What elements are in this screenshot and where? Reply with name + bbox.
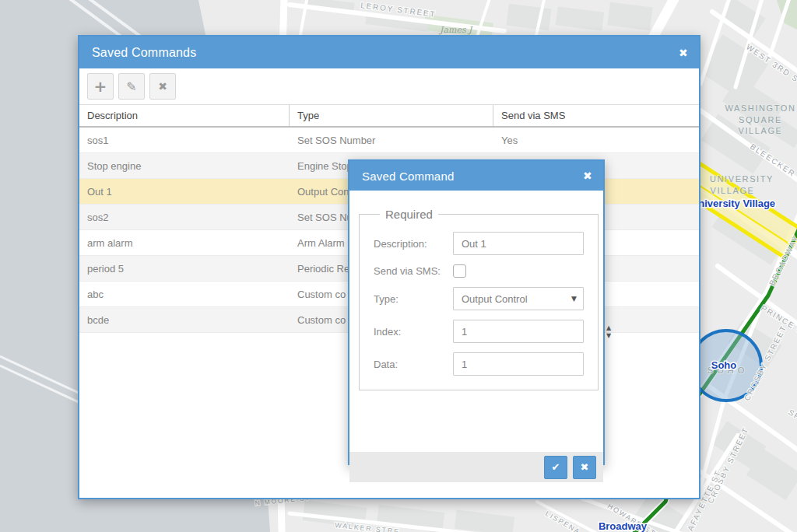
cell-description: abc [79,282,290,306]
commands-table-header: Description Type Send via SMS [79,104,699,128]
close-icon: ✖ [581,461,589,473]
cell-description: Out 1 [79,179,290,204]
cell-description: Stop engine [79,153,290,178]
send-via-sms-checkbox[interactable] [453,264,466,278]
index-row: Index: ▲ ▼ [374,320,584,343]
cell-sms: Yes [493,128,699,152]
cell-description: sos2 [79,205,290,229]
cell-description: period 5 [79,256,290,281]
edit-command-button[interactable]: ✎ [118,73,145,100]
spin-down-icon[interactable]: ▼ [606,333,611,338]
column-header-description[interactable]: Description [79,105,290,126]
close-icon[interactable]: ✖ [583,170,592,182]
description-row: Description: [374,232,584,255]
close-icon[interactable]: ✖ [679,47,688,59]
saved-command-footer: ✔ ✖ [349,452,603,482]
index-stepper: ▲ ▼ [453,320,584,343]
required-legend: Required [380,208,438,221]
saved-commands-header: Saved Commands ✖ [79,37,699,68]
area-label-university-1: UNIVERSITY [710,174,774,184]
type-select[interactable]: Output Control ▼ [453,287,584,310]
area-label-washington-3: VILLAGE [738,126,782,135]
area-label-washington-2: SQUARE [739,115,782,124]
add-command-button[interactable]: + [87,73,114,100]
index-label: Index: [374,326,453,338]
geofence-label-soho: Soho [711,359,737,371]
delete-icon: ✖ [158,80,167,93]
geofence-label-broadway: Broadway [599,520,648,532]
spin-up-icon[interactable]: ▲ [606,325,611,331]
type-label: Type: [374,293,453,305]
send-via-sms-row: Send via SMS: [374,264,584,278]
pencil-icon: ✎ [126,79,136,94]
chevron-down-icon: ▼ [571,295,577,303]
cell-description: arm alarm [79,230,290,255]
index-input[interactable] [454,320,606,342]
confirm-button[interactable]: ✔ [544,456,567,479]
saved-command-title: Saved Command [362,170,455,183]
cancel-button[interactable]: ✖ [573,456,596,479]
cell-description: sos1 [79,128,290,152]
description-input[interactable] [453,232,584,255]
commands-toolbar: + ✎ ✖ [79,68,699,104]
column-header-type[interactable]: Type [290,105,493,126]
saved-commands-title: Saved Commands [92,46,196,60]
stepper-arrows: ▲ ▼ [606,325,616,338]
type-row: Type: Output Control ▼ [374,287,584,310]
plus-icon: + [94,77,107,96]
table-row[interactable]: sos1 Set SOS Number Yes [79,128,699,153]
saved-command-body: Required Description: Send via SMS: Type… [349,208,603,482]
type-select-value: Output Control [462,293,571,305]
saved-command-dialog: Saved Command ✖ Required Description: Se… [348,159,605,465]
send-via-sms-label: Send via SMS: [374,265,453,277]
cell-type: Set SOS Number [290,128,493,152]
data-row: Data: [374,352,584,376]
cell-description: bcde [79,307,290,332]
check-icon: ✔ [552,461,560,473]
area-label-washington-1: WASHINGTON [725,103,795,113]
delete-command-button[interactable]: ✖ [149,73,176,100]
geofence-label-university-village: University Village [691,198,775,209]
saved-command-header: Saved Command ✖ [349,161,603,191]
park-label-james: James J [438,25,473,35]
data-label: Data: [374,359,453,370]
area-label-university-2: VILLAGE [710,186,754,195]
description-label: Description: [374,238,453,250]
required-fieldset: Required Description: Send via SMS: Type… [359,208,599,390]
column-header-sms[interactable]: Send via SMS [493,105,699,126]
data-input[interactable] [453,352,584,376]
